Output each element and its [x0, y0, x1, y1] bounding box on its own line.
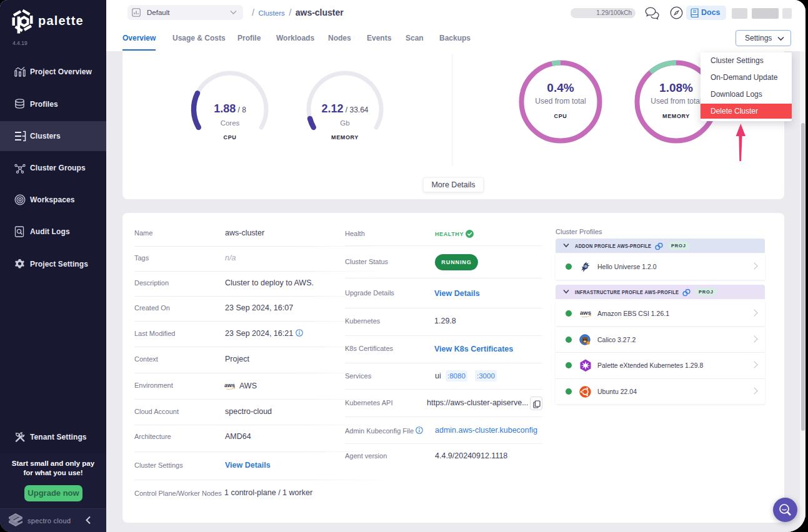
svg-text:aws: aws — [224, 382, 235, 388]
